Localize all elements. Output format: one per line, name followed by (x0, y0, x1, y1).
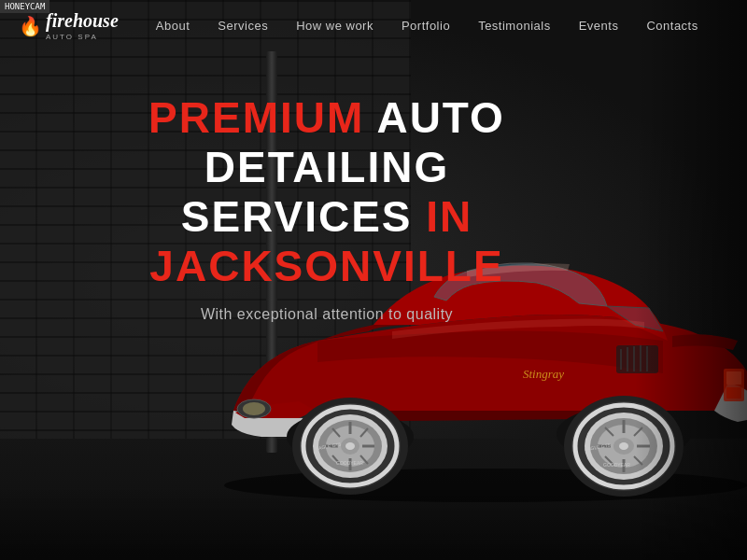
logo-sub: AUTO SPA (46, 33, 119, 41)
nav-services[interactable]: Services (218, 19, 268, 33)
nav-events[interactable]: Events (579, 19, 619, 33)
svg-text:Stingray: Stingray (523, 367, 564, 381)
hero-content: PREMIUM AUTO DETAILING SERVICES IN JACKS… (0, 93, 654, 323)
nav-portfolio[interactable]: Portfolio (402, 19, 450, 33)
nav-how-we-work[interactable]: How we work (296, 19, 374, 33)
logo-area: 🔥 firehouse AUTO SPA (19, 10, 119, 41)
premium-text: PREMIUM (148, 93, 364, 142)
svg-text:GOODYEAR: GOODYEAR (603, 462, 630, 468)
hero-section: HONEYCAM 🔥 firehouse AUTO SPA About Serv… (0, 0, 747, 560)
logo-brand[interactable]: firehouse (46, 10, 119, 32)
nav-about[interactable]: About (156, 19, 190, 33)
main-nav: About Services How we work Portfolio Tes… (156, 19, 698, 33)
bottom-gradient (0, 485, 747, 560)
svg-point-29 (345, 442, 355, 450)
hero-title-line2: SERVICES IN JACKSONVILLE (56, 192, 598, 291)
svg-point-2 (243, 402, 265, 415)
services-text: SERVICES (181, 192, 427, 241)
honeycam-badge: HONEYCAM (0, 0, 49, 13)
hero-title-line1: PREMIUM AUTO DETAILING (56, 93, 598, 192)
svg-point-48 (619, 442, 628, 450)
nav-contacts[interactable]: Contacts (646, 19, 698, 33)
hero-subtitle: With exceptional attention to quality (56, 306, 598, 323)
logo-text-block: firehouse AUTO SPA (46, 10, 119, 41)
nav-testimonials[interactable]: Testimonials (478, 19, 551, 33)
navbar: HONEYCAM 🔥 firehouse AUTO SPA About Serv… (0, 0, 747, 51)
svg-text:GOODYEAR: GOODYEAR (336, 460, 363, 466)
logo-icon: 🔥 (19, 15, 42, 37)
